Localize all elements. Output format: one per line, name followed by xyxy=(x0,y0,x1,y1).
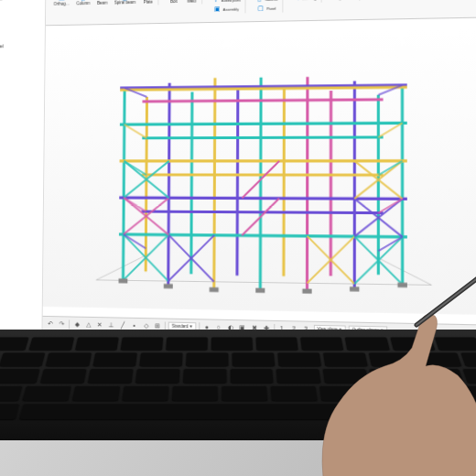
svg-rect-58 xyxy=(350,287,359,291)
bolt-button[interactable]: ⚙Bolt xyxy=(167,0,181,5)
snap-line-button[interactable]: ╱ xyxy=(118,320,127,330)
panel-text: multi-user model xyxy=(0,42,41,50)
svg-line-5 xyxy=(168,83,169,286)
application-window: user model. It is ized. g multi-user mod… xyxy=(0,0,476,353)
svg-line-7 xyxy=(260,78,261,290)
ribbon-group-steel: ⊞Orthog… ▯Column 〰Beam ◯Spiral beam ▱Pla… xyxy=(49,0,158,7)
assembly-button[interactable]: ▣Assembly xyxy=(212,5,241,15)
svg-line-4 xyxy=(123,88,124,280)
svg-rect-56 xyxy=(255,288,265,293)
orthogonal-button[interactable]: ⊞Orthog… xyxy=(52,0,71,7)
svg-line-14 xyxy=(284,88,285,276)
drawing-icon: ✎ xyxy=(293,0,300,2)
longitudinal-button[interactable]: ≡Longitudinal xyxy=(330,0,356,2)
3d-viewport[interactable] xyxy=(43,17,476,324)
snap-int-button[interactable]: ✕ xyxy=(95,320,104,330)
svg-line-13 xyxy=(237,89,238,276)
svg-line-21 xyxy=(119,198,407,199)
main-area: ⊞Orthog… ▯Column 〰Beam ◯Spiral beam ▱Pla… xyxy=(42,0,476,353)
svg-rect-53 xyxy=(119,278,128,283)
snap-point-button[interactable]: • xyxy=(130,320,139,330)
panel-icon: ▢ xyxy=(257,5,265,12)
svg-line-24 xyxy=(142,137,383,138)
svg-rect-55 xyxy=(210,287,219,292)
snap-end-button[interactable]: ◆ xyxy=(72,319,81,329)
undo-button[interactable]: ↶ xyxy=(46,319,55,328)
ribbon-group-assembly: ▬Beam ◦Bolted parts ▣Assembly xyxy=(208,0,246,14)
laptop-keyboard xyxy=(0,330,476,440)
separator xyxy=(69,319,70,329)
plate-button[interactable]: ▱Plate xyxy=(141,0,156,5)
svg-line-6 xyxy=(214,78,215,289)
ribbon-group-connect: ⚙Bolt ✦Weld xyxy=(164,0,202,5)
column2-icon: ▯ xyxy=(256,0,264,3)
laptop-frame: user model. It is ized. g multi-user mod… xyxy=(0,0,476,365)
weld-button[interactable]: ✦Weld xyxy=(184,0,199,5)
ribbon-group-draw: ◧Padding ✎Drawing xyxy=(288,0,321,3)
parts-icon: ◦ xyxy=(212,0,220,4)
svg-rect-57 xyxy=(302,288,311,293)
panel-button[interactable]: ▢Panel xyxy=(255,4,277,13)
column-button[interactable]: ▯Column xyxy=(75,0,92,6)
panel-text: user model. It is xyxy=(0,0,42,3)
window-button[interactable]: ▦Window xyxy=(368,0,387,1)
snap-perp-button[interactable]: ⊥ xyxy=(106,320,115,330)
left-side-panel: user model. It is ized. g multi-user mod… xyxy=(0,0,46,343)
beam-button[interactable]: 〰Beam xyxy=(95,0,109,6)
redo-button[interactable]: ↷ xyxy=(58,319,67,329)
ribbon-group-window: ▦Window xyxy=(365,0,390,1)
drawing-button[interactable]: ✎Drawing xyxy=(291,0,318,3)
screen-bezel: user model. It is ized. g multi-user mod… xyxy=(0,0,476,365)
panel-text: g xyxy=(0,26,41,34)
assembly-icon: ▣ xyxy=(214,5,222,13)
svg-rect-54 xyxy=(164,284,173,288)
panel-text: ized. xyxy=(0,10,41,18)
structural-model xyxy=(43,17,476,324)
svg-line-19 xyxy=(120,123,407,124)
snap-mid-button[interactable]: △ xyxy=(83,319,92,329)
spiral-beam-button[interactable]: ◯Spiral beam xyxy=(113,0,137,5)
svg-line-26 xyxy=(142,211,384,213)
panel-text: ized models. xyxy=(0,58,41,66)
svg-line-12 xyxy=(191,92,192,274)
svg-rect-59 xyxy=(397,283,407,287)
ribbon-group-concrete: ▭Slab ▯Column ▢Panel xyxy=(252,0,284,13)
ribbon-group-rebar: ≡Longitudinal xyxy=(327,0,360,2)
